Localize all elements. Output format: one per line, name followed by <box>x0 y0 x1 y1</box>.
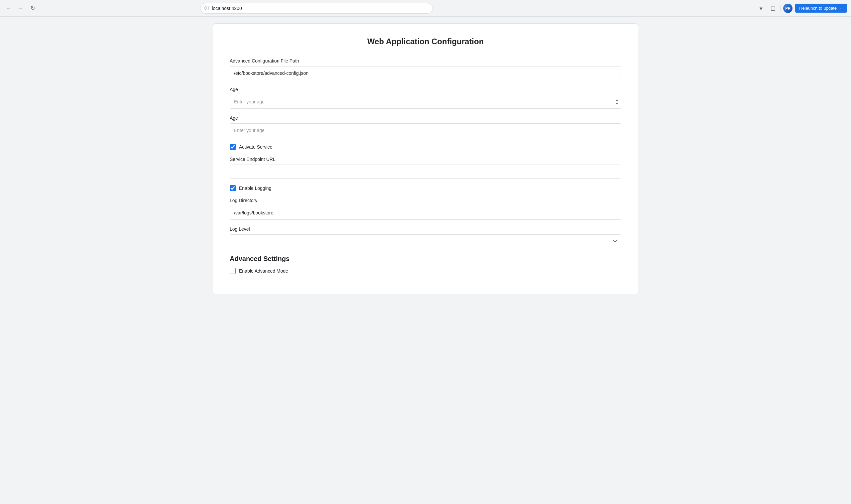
address-bar[interactable]: ⓘ localhost:4200 <box>200 3 433 14</box>
relaunch-button[interactable]: Relaunch to update ⋮ <box>795 4 847 13</box>
enable-logging-checkbox[interactable] <box>230 185 236 191</box>
page-content: Web Application Configuration Advanced C… <box>0 17 851 301</box>
age2-group: Age <box>230 115 621 137</box>
service-endpoint-label: Service Endpoint URL <box>230 157 621 162</box>
advanced-config-path-input[interactable] <box>230 66 621 80</box>
relaunch-label: Relaunch to update <box>799 6 837 11</box>
log-directory-label: Log Directory <box>230 198 621 203</box>
activate-service-label[interactable]: Activate Service <box>239 144 272 150</box>
log-level-label: Log Level <box>230 227 621 232</box>
browser-chrome: ← → ↻ ⓘ localhost:4200 ★ ◫ PR Relaunch t… <box>0 0 851 17</box>
divider <box>780 5 780 12</box>
age1-group: Age ▲ ▼ <box>230 87 621 109</box>
advanced-config-path-label: Advanced Configuration File Path <box>230 58 621 64</box>
page-title: Web Application Configuration <box>230 37 621 46</box>
age2-input[interactable] <box>230 123 621 137</box>
avatar[interactable]: PR <box>783 4 793 13</box>
log-directory-group: Log Directory <box>230 198 621 220</box>
service-endpoint-group: Service Endpoint URL <box>230 157 621 179</box>
enable-advanced-mode-checkbox[interactable] <box>230 268 236 274</box>
advanced-settings-title: Advanced Settings <box>230 255 621 263</box>
form-container: Web Application Configuration Advanced C… <box>213 23 638 294</box>
reload-button[interactable]: ↻ <box>28 4 37 13</box>
age1-spinners: ▲ ▼ <box>615 98 619 105</box>
menu-icon: ⋮ <box>839 6 843 11</box>
activate-service-group: Activate Service <box>230 144 621 150</box>
age1-input[interactable] <box>230 95 621 109</box>
back-button[interactable]: ← <box>4 4 13 13</box>
bookmark-button[interactable]: ★ <box>756 4 765 13</box>
age1-decrement[interactable]: ▼ <box>615 102 619 105</box>
service-endpoint-input[interactable] <box>230 165 621 179</box>
enable-logging-label[interactable]: Enable Logging <box>239 185 271 191</box>
extensions-button[interactable]: ◫ <box>768 4 778 13</box>
enable-advanced-mode-label[interactable]: Enable Advanced Mode <box>239 268 288 274</box>
browser-actions: ★ ◫ PR Relaunch to update ⋮ <box>756 4 847 13</box>
enable-advanced-mode-group: Enable Advanced Mode <box>230 268 621 274</box>
activate-service-checkbox[interactable] <box>230 144 236 150</box>
secure-icon: ⓘ <box>204 5 209 11</box>
age1-increment[interactable]: ▲ <box>615 98 619 102</box>
log-directory-input[interactable] <box>230 206 621 220</box>
url-display: localhost:4200 <box>212 6 242 11</box>
forward-button[interactable]: → <box>16 4 25 13</box>
advanced-config-path-group: Advanced Configuration File Path <box>230 58 621 80</box>
age1-wrapper: ▲ ▼ <box>230 95 621 109</box>
enable-logging-group: Enable Logging <box>230 185 621 191</box>
advanced-settings-section: Advanced Settings Enable Advanced Mode <box>230 255 621 274</box>
log-level-group: Log Level DEBUG INFO WARN ERROR <box>230 227 621 248</box>
age2-label: Age <box>230 115 621 121</box>
age1-label: Age <box>230 87 621 92</box>
log-level-select[interactable]: DEBUG INFO WARN ERROR <box>230 234 621 248</box>
